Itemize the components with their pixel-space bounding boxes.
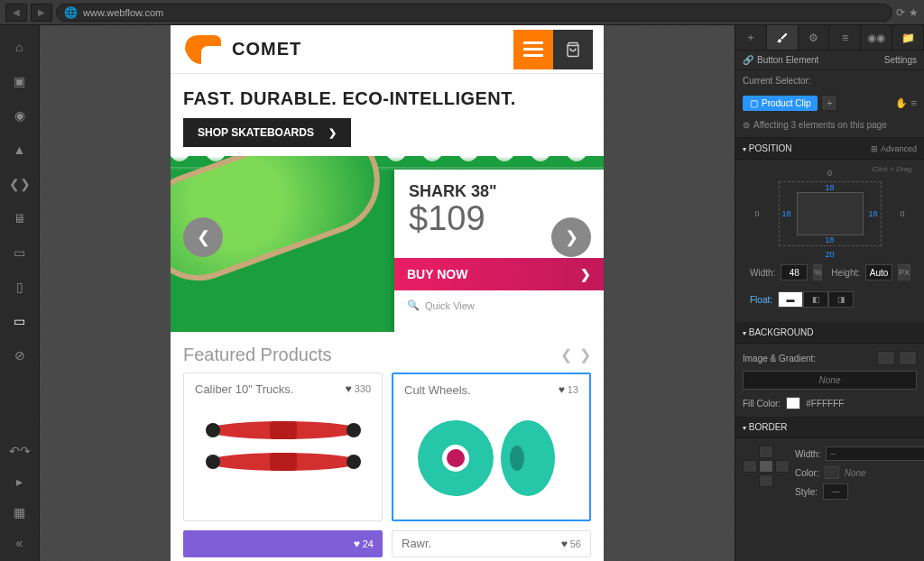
border-top[interactable]: [759, 446, 773, 458]
fill-color-value[interactable]: #FFFFFF: [806, 399, 844, 409]
float-left-button[interactable]: ◧: [803, 291, 828, 308]
float-none-button[interactable]: ▬: [778, 291, 803, 308]
border-all[interactable]: [759, 460, 773, 473]
height-label: Height:: [831, 268, 860, 278]
launch-icon[interactable]: ▲: [11, 141, 29, 159]
home-icon[interactable]: ⌂: [11, 38, 29, 56]
pages-icon[interactable]: ▣: [11, 72, 29, 90]
shop-skateboards-button[interactable]: SHOP SKATEBOARDS ❯: [183, 118, 351, 147]
undo-redo-icon[interactable]: ↶↷: [11, 442, 29, 460]
border-style-label: Style:: [795, 487, 818, 497]
border-left[interactable]: [743, 460, 757, 473]
margin-right[interactable]: 0: [900, 209, 904, 218]
padding-bottom[interactable]: 18: [825, 235, 834, 244]
gradient-bg-button[interactable]: [899, 351, 917, 365]
width-unit[interactable]: %: [813, 264, 822, 280]
position-section-header[interactable]: ▾ POSITION ⊞Advanced: [735, 138, 924, 160]
margin-left[interactable]: 0: [755, 209, 760, 218]
product-title: Caliber 10" Trucks.: [195, 382, 293, 398]
logo-text: COMET: [232, 39, 301, 60]
quick-view-link[interactable]: 🔍 Quick View: [394, 290, 604, 320]
bg-none-well[interactable]: None: [743, 371, 917, 390]
box-model[interactable]: Click + Drag 0 18 0 18 18 0 18 20: [753, 169, 907, 259]
margin-bottom[interactable]: 20: [825, 250, 834, 259]
product-card[interactable]: Rawr. ♥56: [392, 530, 591, 557]
tablet-icon[interactable]: ▭: [11, 244, 29, 262]
featured-next-icon[interactable]: ❯: [579, 346, 591, 363]
height-unit[interactable]: PX: [898, 264, 910, 280]
svg-point-11: [501, 420, 555, 496]
border-style-button[interactable]: —: [823, 483, 848, 500]
svg-point-10: [447, 449, 465, 467]
img-gradient-label: Image & Gradient:: [743, 354, 816, 363]
product-card[interactable]: ♥24: [183, 530, 383, 557]
style-tab[interactable]: [767, 25, 799, 50]
navigator-tab[interactable]: ≡: [829, 25, 861, 50]
position-section: Click + Drag 0 18 0 18 18 0 18 20 Width:…: [735, 160, 924, 322]
bookmark-icon[interactable]: ★: [909, 6, 919, 19]
site-logo[interactable]: COMET: [181, 32, 301, 68]
padding-right[interactable]: 18: [868, 209, 877, 218]
hide-icon[interactable]: ⊘: [11, 346, 29, 364]
click-drag-hint: Click + Drag: [873, 165, 912, 173]
reload-icon[interactable]: ⟳: [896, 6, 905, 19]
image-bg-button[interactable]: [877, 351, 895, 365]
phone-landscape-icon[interactable]: ▭: [11, 312, 29, 330]
collapse-icon[interactable]: «: [11, 534, 29, 552]
back-button[interactable]: ◀: [5, 4, 27, 22]
hand-icon[interactable]: ✋: [895, 97, 908, 109]
fill-color-swatch[interactable]: [786, 397, 800, 409]
height-input[interactable]: [865, 264, 892, 280]
product-likes: ♥56: [561, 538, 581, 550]
states-icon[interactable]: ≡: [911, 97, 917, 109]
assets-tab[interactable]: 📁: [892, 25, 924, 50]
product-title: Rawr.: [402, 537, 431, 552]
grid-icon[interactable]: ▦: [11, 503, 29, 521]
product-title: Cult Wheels.: [404, 383, 471, 399]
padding-left[interactable]: 18: [782, 209, 791, 218]
svg-rect-1: [270, 421, 297, 439]
carousel-prev-button[interactable]: ❮: [183, 217, 223, 257]
panel-tabs: + ⚙ ≡ ◉◉ 📁: [735, 25, 924, 51]
carousel-next-button[interactable]: ❯: [551, 217, 591, 257]
border-color-value: None: [845, 468, 866, 478]
border-section-header[interactable]: ▾ BORDER: [735, 417, 924, 438]
product-card-selected[interactable]: ⬚ 🔗 Product Clip ⚙ Cult Wheels. ♥13: [392, 372, 591, 521]
selector-chip[interactable]: ▢ Product Clip: [743, 96, 818, 111]
width-label: Width:: [750, 268, 775, 278]
padding-top[interactable]: 18: [825, 183, 834, 192]
border-width-input[interactable]: [826, 446, 924, 461]
border-side-selector[interactable]: [743, 446, 790, 487]
search-icon: 🔍: [407, 299, 420, 311]
phone-portrait-icon[interactable]: ▯: [11, 278, 29, 296]
play-icon[interactable]: ▸: [11, 473, 29, 491]
settings-link[interactable]: Settings: [884, 55, 917, 65]
add-selector-button[interactable]: +: [821, 95, 837, 111]
affecting-text: ⊚ Affecting 3 elements on this page: [735, 116, 924, 138]
featured-prev-icon[interactable]: ❮: [560, 346, 572, 363]
settings-tab[interactable]: ⚙: [799, 25, 830, 50]
border-color-swatch[interactable]: [825, 466, 839, 479]
url-bar[interactable]: 🌐 www.webflow.com: [56, 4, 892, 22]
shop-btn-label: SHOP SKATEBOARDS: [198, 126, 314, 139]
product-card[interactable]: Caliber 10" Trucks. ♥330: [183, 372, 383, 521]
border-right[interactable]: [775, 460, 790, 473]
buy-now-button[interactable]: BUY NOW ❯: [394, 258, 604, 290]
border-bottom[interactable]: [759, 474, 773, 487]
svg-point-7: [346, 455, 361, 469]
margin-top[interactable]: 0: [827, 169, 832, 178]
product-likes: ♥13: [559, 383, 578, 396]
desktop-icon[interactable]: 🖥: [11, 209, 29, 227]
float-right-button[interactable]: ◨: [828, 291, 854, 308]
heart-icon: ♥: [561, 538, 568, 550]
eye-icon[interactable]: ◉: [11, 106, 29, 124]
background-section-header[interactable]: ▾ BACKGROUND: [735, 322, 924, 344]
code-icon[interactable]: ❮❯: [11, 175, 29, 193]
cart-icon[interactable]: [553, 30, 593, 69]
forward-button[interactable]: ▶: [31, 4, 52, 22]
hamburger-menu[interactable]: [513, 30, 553, 69]
interactions-tab[interactable]: ◉◉: [861, 25, 892, 50]
width-input[interactable]: [781, 264, 808, 280]
border-color-label: Color:: [795, 468, 819, 478]
add-tab[interactable]: +: [735, 25, 767, 50]
